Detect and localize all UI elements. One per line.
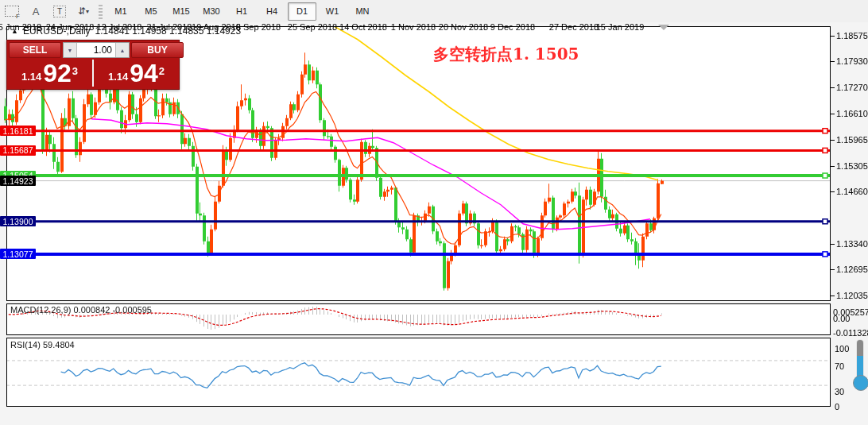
date-label: 15 Jan 2019 — [596, 22, 645, 32]
text-tool-icon[interactable]: T — [48, 2, 71, 21]
price-tick-label: 1.18575 — [836, 31, 868, 41]
date-label: 27 Dec 2018 — [549, 22, 599, 32]
price-tick-label: 1.15965 — [836, 135, 868, 145]
volume-stepper: ▼ ▲ — [63, 42, 130, 58]
rsi-label-row: RSI(14) 59.4804 — [10, 340, 75, 350]
timeframe-button-m15[interactable]: M15 — [167, 2, 196, 21]
price-badge: 1.13077 — [0, 249, 36, 259]
buy-button[interactable]: BUY — [131, 42, 184, 58]
macd-main-value: 0.000842 — [73, 305, 110, 315]
price-tick-label: 1.17930 — [836, 56, 868, 66]
toolbar-grip — [99, 3, 103, 19]
one-click-trading-panel: SELL ▼ ▲ BUY 1.14 92 3 1.14 94 2 — [6, 40, 180, 90]
rsi-axis-label: 0 — [835, 402, 839, 411]
timeframe-bar: M1M5M15M30H1H4D1W1MN — [106, 2, 378, 21]
date-label: 9 Dec 2018 — [490, 22, 535, 32]
thermometer-widget[interactable] — [852, 340, 868, 391]
date-label: 20 Nov 2018 — [439, 22, 488, 32]
buy-price-display[interactable]: 1.14 94 2 — [94, 60, 179, 87]
chart-window: ▲ EURUSD-,Daily 1.14841 1.14958 1.14835 … — [0, 22, 868, 425]
price-tick-label: 1.12035 — [836, 291, 868, 300]
timeframe-button-m30[interactable]: M30 — [197, 2, 226, 21]
rsi-axis-label: 100 — [835, 344, 849, 354]
sell-button[interactable]: SELL — [9, 42, 61, 58]
date-label: 1 Nov 2018 — [391, 22, 436, 32]
cursor-icon[interactable]: A — [25, 2, 47, 21]
price-tick-label: 1.15305 — [836, 161, 868, 171]
macd-axis-label: 0.00 — [833, 314, 850, 323]
price-tick-label: 1.16610 — [836, 109, 868, 118]
thermometer-bulb-icon — [853, 375, 868, 391]
price-tick-label: 1.13340 — [836, 239, 868, 249]
chart-template-icon[interactable]: F — [1, 2, 23, 21]
rsi-axis-label: 30 — [835, 387, 844, 396]
timeframe-button-w1[interactable]: W1 — [318, 2, 347, 21]
timeframe-button-m1[interactable]: M1 — [107, 2, 135, 21]
timeframe-button-d1[interactable]: D1 — [288, 2, 316, 21]
volume-decrease-button[interactable]: ▼ — [64, 43, 77, 57]
price-badge: 1.14923 — [0, 176, 36, 186]
price-badge: 1.16181 — [0, 126, 36, 136]
objects-arrows-icon[interactable]: ⇵ ▾ — [72, 2, 95, 21]
timeframe-button-h4[interactable]: H4 — [258, 2, 286, 21]
date-label: 6 Sep 2018 — [236, 22, 281, 32]
date-label: 12 Jul 2018 — [97, 22, 142, 32]
macd-label-row: MACD(12,26,9) 0.000842 -0.000595 — [10, 305, 152, 315]
chart-text-annotation[interactable]: 多空转折点1. 1505 — [433, 44, 579, 65]
date-label: 25 Sep 2018 — [288, 22, 337, 32]
rsi-value: 59.4804 — [43, 340, 75, 350]
date-label: 14 Oct 2018 — [339, 22, 387, 32]
price-badge: 1.13900 — [0, 216, 36, 226]
timeframe-button-mn[interactable]: MN — [348, 2, 377, 21]
sell-price-display[interactable]: 1.14 92 3 — [7, 60, 94, 87]
volume-increase-button[interactable]: ▲ — [115, 43, 129, 57]
chart-shift-marker-icon[interactable] — [658, 25, 669, 30]
price-badge: 1.15687 — [0, 145, 36, 156]
top-toolbar: F A T ⇵ ▾ M1M5M15M30H1H4D1W1MN — [0, 0, 868, 23]
date-label: 19 Aug 2018 — [192, 22, 241, 32]
timeframe-button-h1[interactable]: H1 — [227, 2, 256, 21]
dropdown-caret-icon: ▾ — [86, 8, 89, 15]
timeframe-button-m5[interactable]: M5 — [137, 2, 165, 21]
rsi-axis-label: 70 — [835, 361, 844, 371]
volume-input[interactable] — [77, 43, 115, 57]
macd-axis-label: -0.011328 — [833, 328, 868, 338]
date-label: 31 Jul 2018 — [147, 22, 192, 32]
price-tick-label: 1.12695 — [836, 265, 868, 274]
date-label: 5 Jun 2018 — [0, 22, 41, 32]
date-label: 24 Jun 2018 — [46, 22, 95, 32]
macd-signal-value: -0.000595 — [112, 305, 152, 315]
price-tick-label: 1.14660 — [836, 187, 868, 196]
price-tick-label: 1.17270 — [836, 83, 868, 92]
